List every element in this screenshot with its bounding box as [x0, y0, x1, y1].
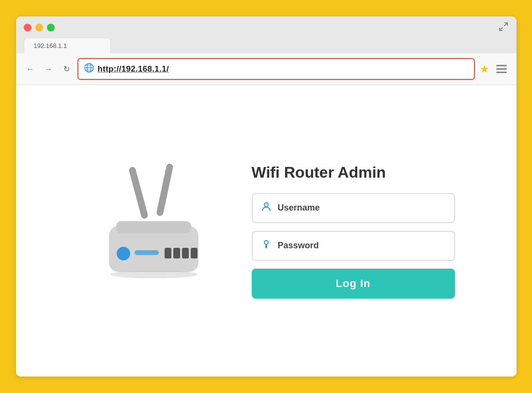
- browser-tab[interactable]: 192.168.1.1: [24, 38, 111, 53]
- address-bar[interactable]: http://192.168.1.1/: [77, 58, 475, 80]
- menu-icon[interactable]: [494, 63, 509, 75]
- minimize-button[interactable]: [35, 24, 43, 31]
- menu-line-2: [496, 68, 507, 70]
- username-field[interactable]: Username: [252, 193, 455, 223]
- tab-label: 192.168.1.1: [34, 42, 67, 49]
- password-icon: [260, 239, 272, 253]
- nav-bar: ← → ↻ http://192.168.1.1/ ★: [16, 53, 517, 85]
- url-text: http://192.168.1.1/: [98, 64, 169, 74]
- svg-rect-15: [182, 248, 189, 258]
- svg-point-11: [117, 247, 130, 260]
- close-button[interactable]: [24, 24, 31, 31]
- svg-rect-13: [165, 248, 171, 258]
- globe-icon: [84, 63, 94, 75]
- title-bar: 192.168.1.1: [16, 16, 517, 53]
- svg-rect-14: [173, 248, 180, 258]
- svg-rect-10: [116, 221, 191, 233]
- outer-border: 192.168.1.1 ← → ↻ http://192.: [12, 13, 520, 380]
- svg-rect-8: [156, 163, 174, 217]
- svg-point-18: [264, 203, 268, 207]
- back-button[interactable]: ←: [24, 63, 37, 76]
- username-icon: [260, 201, 272, 215]
- svg-point-19: [264, 241, 268, 244]
- svg-rect-7: [128, 166, 149, 219]
- tab-bar: 192.168.1.1: [24, 38, 509, 53]
- window-controls: [24, 24, 55, 31]
- username-label: Username: [278, 203, 320, 213]
- menu-line-1: [496, 65, 507, 66]
- forward-button[interactable]: →: [42, 63, 56, 76]
- svg-point-17: [110, 271, 198, 278]
- page-content: Wifi Router Admin Username: [16, 85, 517, 377]
- bookmark-icon[interactable]: ★: [480, 63, 489, 76]
- login-form: Wifi Router Admin Username: [252, 164, 455, 299]
- maximize-button[interactable]: [47, 24, 55, 31]
- menu-line-3: [496, 72, 507, 73]
- browser-window: 192.168.1.1 ← → ↻ http://192.: [16, 16, 517, 377]
- svg-rect-16: [191, 248, 198, 258]
- fullscreen-icon[interactable]: [498, 21, 509, 34]
- password-label: Password: [278, 241, 319, 251]
- svg-rect-12: [135, 250, 159, 255]
- password-field[interactable]: Password: [252, 231, 455, 261]
- login-title: Wifi Router Admin: [252, 164, 455, 181]
- router-illustration: [77, 153, 223, 308]
- login-button[interactable]: Log In: [252, 269, 455, 299]
- refresh-button[interactable]: ↻: [61, 62, 73, 76]
